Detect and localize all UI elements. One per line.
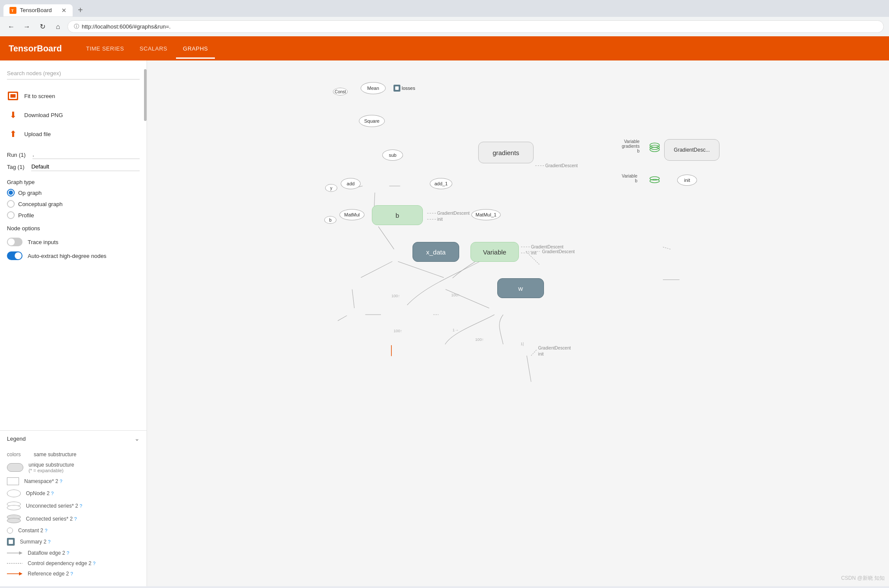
svg-text:T: T — [11, 9, 14, 13]
legend-reference-text: Reference edge 2 ? — [28, 571, 73, 577]
trace-inputs-toggle[interactable] — [7, 238, 22, 246]
node-gradients[interactable]: gradients — [478, 142, 534, 163]
tab-close-button[interactable]: ✕ — [61, 7, 67, 14]
namespace-help-icon[interactable]: ? — [60, 479, 62, 484]
svg-line-23 — [531, 350, 537, 356]
lock-icon: ⓘ — [74, 23, 79, 30]
upload-file-button[interactable]: ⬆ Upload file — [7, 124, 140, 143]
legend-control-dep-text: Control dependency edge 2 ? — [28, 560, 96, 566]
active-tab[interactable]: T TensorBoard ✕ — [3, 4, 73, 16]
top-right-variable-b-group: Variable b — [622, 174, 637, 183]
search-input[interactable] — [7, 67, 140, 79]
radio-op-graph[interactable]: Op graph — [7, 189, 140, 197]
svg-text:GradientDescent: GradientDescent — [538, 346, 571, 350]
sidebar-scrollbar[interactable] — [144, 69, 147, 121]
node-MatMul_1[interactable]: MatMul_1 — [471, 209, 501, 220]
node-init-b-label: init — [427, 217, 443, 222]
node-Const[interactable]: Const — [333, 88, 348, 95]
unconnected-help-icon[interactable]: ? — [80, 503, 82, 509]
graph-svg: GradientDescent GradientDescent init — [147, 60, 889, 586]
app-logo[interactable]: TensorBoard — [9, 44, 62, 54]
svg-line-20 — [445, 289, 489, 308]
fit-to-screen-button[interactable]: Fit to screen — [7, 86, 140, 105]
legend-dataflow-row: Dataflow edge 2 ? — [7, 550, 140, 556]
legend-opnode-shape — [7, 489, 21, 497]
radio-conceptual-graph[interactable]: Conceptual graph — [7, 200, 140, 208]
legend-namespace-shape — [7, 477, 19, 485]
nav-item-time-series[interactable]: TIME SERIES — [79, 38, 131, 59]
back-button[interactable]: ← — [5, 21, 17, 33]
radio-profile-circle — [7, 211, 15, 219]
node-add_1[interactable]: add_1 — [430, 178, 452, 189]
control-dep-help-icon[interactable]: ? — [93, 561, 96, 566]
radio-op-graph-circle — [7, 189, 15, 197]
svg-text:GradientDescent: GradientDescent — [542, 249, 575, 254]
node-sub[interactable]: sub — [382, 149, 403, 161]
svg-line-29 — [663, 247, 671, 249]
svg-line-13 — [378, 226, 394, 249]
node-add[interactable]: add — [341, 178, 361, 189]
nav-item-graphs[interactable]: GRAPHS — [176, 38, 215, 59]
run-select[interactable]: . — [32, 150, 140, 159]
tag-label: Tag (1) — [7, 164, 24, 170]
node-b-small[interactable]: b — [324, 216, 336, 224]
legend-unconnected-shape — [7, 502, 21, 510]
radio-profile[interactable]: Profile — [7, 211, 140, 219]
graph-type-label: Graph type — [7, 179, 140, 185]
upload-icon: ⬆ — [7, 128, 19, 140]
node-GradientDescent-main-label: GradientDescent — [535, 163, 578, 168]
node-MatMul[interactable]: MatMul — [339, 209, 365, 220]
legend-connected-row: Connected series* 2 ? — [7, 515, 140, 523]
opnode-help-icon[interactable]: ? — [51, 491, 54, 496]
auto-extract-toggle-row: Auto-extract high-degree nodes — [7, 249, 140, 263]
summary-help-icon[interactable]: ? — [48, 539, 51, 544]
node-GradientDescent-b-label: GradientDescent — [427, 211, 470, 216]
nav-item-scalars[interactable]: SCALARS — [133, 38, 174, 59]
legend-title: Legend — [7, 435, 26, 442]
legend-reference-row: Reference edge 2 ? — [7, 571, 140, 577]
node-Square[interactable]: Square — [359, 115, 385, 127]
constant-help-icon[interactable]: ? — [45, 528, 47, 533]
reference-help-icon[interactable]: ? — [70, 571, 73, 576]
trace-inputs-toggle-row: Trace inputs — [7, 235, 140, 249]
tag-select[interactable]: Default — [31, 162, 140, 171]
legend-summary-row: Summary 2 ? — [7, 538, 140, 546]
legend-header[interactable]: Legend ⌄ — [0, 430, 147, 446]
node-Variable[interactable]: Variable — [470, 242, 519, 262]
tab-bar: T TensorBoard ✕ + — [0, 0, 889, 17]
node-init-top[interactable]: init — [677, 175, 697, 186]
run-label: Run (1) — [7, 152, 26, 158]
download-png-button[interactable]: ⬇ Download PNG — [7, 105, 140, 124]
tab-title: TensorBoard — [20, 7, 52, 13]
auto-extract-toggle[interactable] — [7, 251, 22, 260]
legend-section: Legend ⌄ colors same substructure unique… — [0, 430, 147, 586]
svg-line-16 — [352, 289, 354, 308]
node-x_data[interactable]: x_data — [413, 242, 459, 262]
node-y[interactable]: y — [325, 184, 337, 192]
connected-help-icon[interactable]: ? — [74, 516, 77, 521]
tag-field: Tag (1) Default — [7, 161, 140, 173]
node-losses[interactable]: losses — [393, 85, 415, 92]
reload-button[interactable]: ↻ — [36, 21, 48, 33]
download-icon: ⬇ — [7, 109, 19, 121]
address-bar[interactable]: ⓘ http://localhost:6006/#graphs&run=. — [67, 20, 884, 33]
node-b-large[interactable]: b — [372, 205, 423, 225]
graph-area[interactable]: GradientDescent GradientDescent init — [147, 60, 889, 586]
sidebar: Fit to screen ⬇ Download PNG ⬆ Upload fi… — [0, 60, 147, 586]
home-button[interactable]: ⌂ — [52, 21, 64, 33]
node-w[interactable]: w — [497, 278, 544, 298]
legend-unique-row: unique substructure (* = expandable) — [7, 462, 140, 473]
svg-line-17 — [338, 315, 347, 321]
trace-inputs-label: Trace inputs — [28, 239, 58, 245]
node-GradientDesc-top[interactable]: GradientDesc... — [664, 139, 720, 161]
legend-colors-desc: same substructure — [34, 451, 77, 458]
svg-marker-6 — [19, 551, 22, 555]
dataflow-help-icon[interactable]: ? — [67, 550, 69, 556]
node-Mean[interactable]: Mean — [361, 82, 386, 94]
svg-line-15 — [398, 261, 444, 277]
svg-point-41 — [650, 179, 659, 183]
browser-chrome: T TensorBoard ✕ + ← → ↻ ⌂ ⓘ http://local… — [0, 0, 889, 36]
forward-button[interactable]: → — [21, 21, 33, 33]
new-tab-button[interactable]: + — [74, 3, 86, 17]
svg-text:100↑: 100↑ — [391, 294, 400, 298]
